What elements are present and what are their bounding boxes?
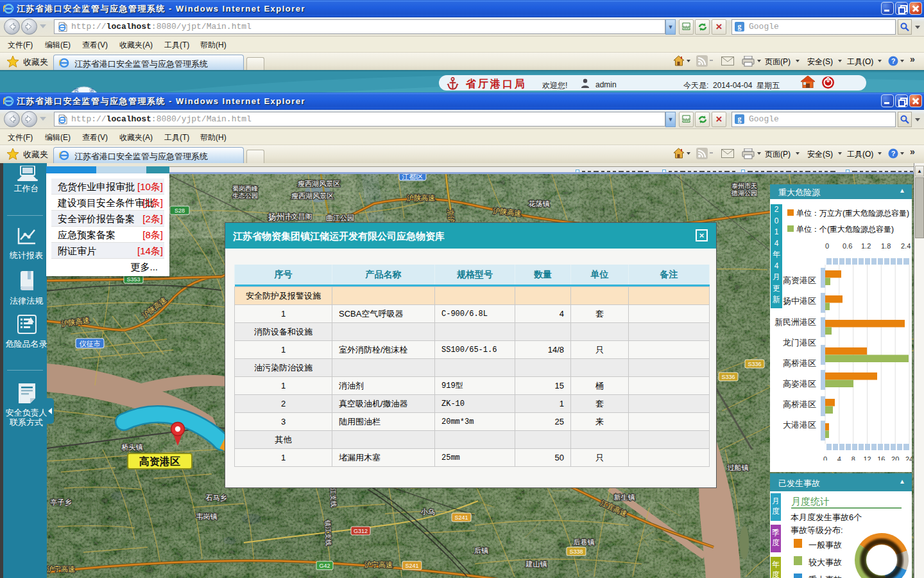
svg-text:高桥港区: 高桥港区	[783, 399, 816, 409]
svg-text:沪宁高速: 沪宁高速	[47, 565, 75, 573]
svg-text:0: 0	[825, 242, 829, 250]
svg-text:德湖公园: 德湖公园	[731, 189, 757, 197]
svg-text:G42: G42	[319, 563, 330, 569]
svg-text:24: 24	[905, 455, 912, 460]
svg-text:过船镇: 过船镇	[728, 464, 749, 471]
svg-text:?: ?	[891, 57, 896, 65]
svg-text:瘦西湖风景区: 瘦西湖风景区	[298, 180, 340, 188]
svg-text:瘦西湖风景区: 瘦西湖风景区	[291, 192, 334, 200]
svg-text:扬州市: 扬州市	[268, 212, 293, 222]
svg-text:沪陕高速: 沪陕高速	[407, 194, 435, 202]
svg-text:S28: S28	[175, 207, 185, 214]
svg-text:12: 12	[863, 455, 871, 460]
svg-text:苏: 苏	[74, 88, 79, 92]
svg-text:S336: S336	[721, 374, 735, 380]
svg-text:0: 0	[823, 455, 827, 460]
svg-text:大港港区: 大港港区	[783, 420, 816, 430]
svg-text:曲江公园: 曲江公园	[326, 214, 354, 222]
svg-text:8: 8	[851, 455, 855, 460]
svg-text:后镇: 后镇	[474, 547, 488, 554]
svg-text:韦岗镇: 韦岗镇	[196, 512, 218, 520]
svg-text:泰州市天: 泰州市天	[732, 182, 757, 189]
svg-text:花荡镇: 花荡镇	[529, 200, 550, 207]
svg-text:扬中港区: 扬中港区	[783, 296, 816, 306]
svg-text:16: 16	[877, 455, 885, 460]
svg-text:S241: S241	[454, 514, 468, 521]
svg-text:高桥港区: 高桥港区	[783, 358, 816, 368]
svg-text:4: 4	[837, 455, 841, 460]
svg-text:建山镇: 建山镇	[526, 560, 547, 568]
svg-text:高姿港区: 高姿港区	[783, 379, 816, 389]
svg-text:仪征市: 仪征市	[80, 340, 101, 347]
svg-text:亭子乡: 亭子乡	[51, 498, 72, 506]
svg-text:S353: S353	[126, 276, 140, 283]
svg-text:高资港区: 高资港区	[783, 276, 816, 285]
svg-text:石马乡: 石马乡	[206, 494, 227, 502]
svg-text:港: 港	[89, 88, 94, 92]
svg-text:沪宁高速: 沪宁高速	[364, 561, 393, 568]
svg-text:镇江支线: 镇江支线	[324, 520, 332, 546]
svg-text:S241: S241	[405, 563, 418, 569]
svg-text:0.6: 0.6	[843, 242, 852, 250]
svg-text:1.2: 1.2	[861, 242, 871, 250]
svg-text:2.4: 2.4	[901, 242, 911, 250]
svg-text:桥头镇: 桥头镇	[121, 443, 143, 451]
svg-text:文昌阁: 文昌阁	[291, 213, 312, 220]
svg-text:G312: G312	[354, 528, 368, 534]
svg-text:蜀岗西峰: 蜀岗西峰	[232, 185, 258, 192]
svg-text:S338: S338	[569, 548, 583, 555]
svg-text:小乌: 小乌	[420, 508, 435, 516]
svg-text:新生镇: 新生镇	[614, 493, 635, 501]
svg-text:高资港区: 高资港区	[139, 455, 180, 467]
svg-text:龙门港区: 龙门港区	[783, 338, 816, 347]
svg-text:新民洲港区: 新民洲港区	[774, 317, 816, 327]
svg-text:生态公园: 生态公园	[232, 192, 258, 199]
svg-text:?: ?	[891, 150, 896, 157]
svg-text:20: 20	[891, 455, 899, 460]
svg-text:后巷镇: 后巷镇	[574, 538, 595, 546]
svg-text:S336: S336	[748, 361, 761, 367]
svg-text:1.8: 1.8	[881, 242, 891, 250]
svg-text:江支线: 江支线	[329, 488, 337, 507]
